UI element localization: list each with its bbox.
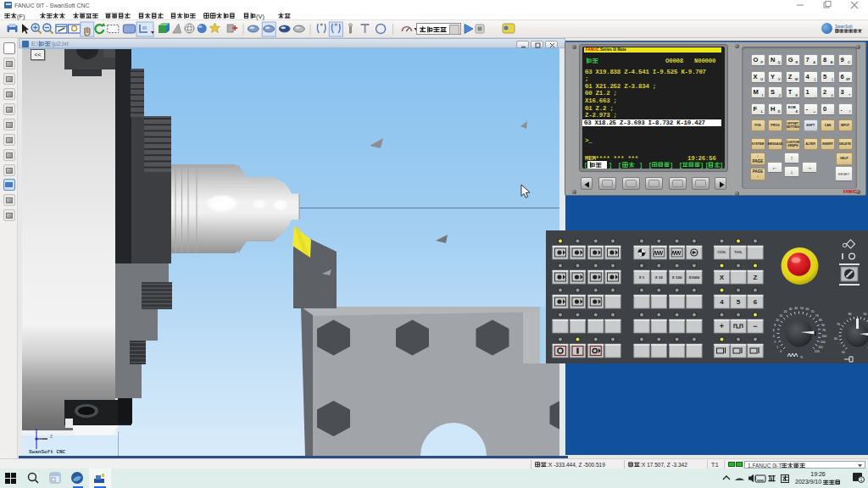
svg-text:30: 30 [789,308,793,311]
svg-text:SwanSoft CNC: SwanSoft CNC [29,449,66,455]
svg-text:4: 4 [773,335,775,338]
svg-text:80: 80 [849,313,852,316]
svg-text:+: + [720,322,724,330]
svg-text:90: 90 [864,313,867,316]
svg-text:X 100: X 100 [672,275,682,280]
svg-text:X1000: X1000 [689,275,700,280]
svg-text:70: 70 [837,323,840,326]
svg-text:X 1: X 1 [639,275,645,280]
svg-text:5: 5 [737,298,741,306]
svg-text:70: 70 [811,310,815,313]
svg-text:50: 50 [800,307,804,310]
svg-text:90: 90 [821,324,825,327]
svg-text:110: 110 [818,346,823,349]
svg-text:−: − [753,322,757,330]
svg-text:6: 6 [773,329,775,332]
svg-text:TOOL: TOOL [734,251,742,254]
svg-text:X 10: X 10 [655,275,664,280]
svg-text:Z: Z [50,435,53,440]
svg-text:15: 15 [779,314,782,318]
svg-text:4: 4 [720,298,724,306]
svg-text:85: 85 [819,319,822,322]
svg-text:1: 1 [776,346,778,349]
svg-text:X: X [720,274,725,281]
svg-text:50: 50 [842,351,845,354]
svg-text:6: 6 [754,298,758,306]
svg-text:105: 105 [821,341,826,344]
svg-text:COOL: COOL [718,251,726,254]
svg-text:2: 2 [774,341,776,344]
svg-text:10: 10 [776,319,779,322]
svg-text:8: 8 [774,324,776,327]
svg-text:60: 60 [834,337,837,341]
svg-text:100: 100 [821,335,826,338]
svg-text:Z: Z [754,274,758,281]
svg-text:95: 95 [822,329,826,332]
svg-text:120: 120 [815,350,820,353]
svg-text:60: 60 [806,308,810,311]
svg-text:40: 40 [794,307,798,310]
svg-text:20: 20 [784,310,787,313]
svg-text:79: 79 [815,314,819,318]
svg-text:0: 0 [780,350,782,353]
